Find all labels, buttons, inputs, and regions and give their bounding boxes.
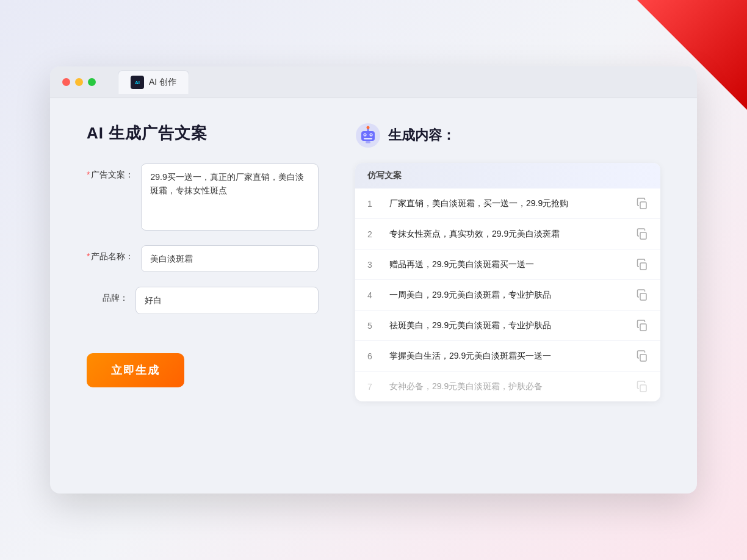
result-row: 4一周美白，29.9元美白淡斑霜，专业护肤品 <box>355 280 660 311</box>
svg-point-3 <box>367 126 370 129</box>
result-row: 1厂家直销，美白淡斑霜，买一送一，29.9元抢购 <box>355 188 660 219</box>
product-name-input[interactable] <box>141 245 319 272</box>
traffic-lights <box>62 78 96 86</box>
result-row: 6掌握美白生活，29.9元美白淡斑霜买一送一 <box>355 341 660 372</box>
svg-rect-1 <box>361 131 375 141</box>
ai-tab[interactable]: AI 创作 <box>118 70 189 94</box>
result-text: 厂家直销，美白淡斑霜，买一送一，29.9元抢购 <box>389 197 626 210</box>
close-button[interactable] <box>62 78 70 86</box>
svg-rect-13 <box>640 293 646 300</box>
minimize-button[interactable] <box>75 78 83 86</box>
svg-rect-14 <box>640 324 646 331</box>
generate-button[interactable]: 立即生成 <box>87 353 184 387</box>
main-content: AI 生成广告文案 *广告文案： *产品名称： 品牌： 立 <box>50 98 697 426</box>
svg-rect-8 <box>364 138 372 140</box>
page-title: AI 生成广告文案 <box>87 123 319 144</box>
brand-group: 品牌： <box>87 287 319 314</box>
svg-point-7 <box>370 134 372 135</box>
left-panel: AI 生成广告文案 *广告文案： *产品名称： 品牌： 立 <box>87 123 319 401</box>
right-panel: 生成内容： 仿写文案 1厂家直销，美白淡斑霜，买一送一，29.9元抢购 2专抹女… <box>355 123 660 401</box>
copy-icon[interactable] <box>636 259 648 271</box>
result-row: 3赠品再送，29.9元美白淡斑霜买一送一 <box>355 249 660 280</box>
result-text: 掌握美白生活，29.9元美白淡斑霜买一送一 <box>389 350 626 362</box>
product-name-required: * <box>87 251 90 261</box>
result-row: 7女神必备，29.9元美白淡斑霜，护肤必备 <box>355 372 660 401</box>
svg-rect-16 <box>640 385 646 392</box>
ad-copy-required: * <box>87 170 90 179</box>
ad-copy-input[interactable] <box>141 163 319 231</box>
result-number: 5 <box>367 321 380 331</box>
robot-icon <box>355 123 381 148</box>
brand-label: 品牌： <box>87 287 135 304</box>
product-name-label: *产品名称： <box>87 245 141 262</box>
svg-rect-10 <box>640 202 646 209</box>
svg-point-6 <box>364 134 366 135</box>
copy-icon[interactable] <box>636 289 648 301</box>
browser-window: AI 创作 AI 生成广告文案 *广告文案： *产品名称： <box>50 66 697 494</box>
title-bar: AI 创作 <box>50 66 697 98</box>
results-header: 生成内容： <box>355 123 660 148</box>
result-text: 女神必备，29.9元美白淡斑霜，护肤必备 <box>389 380 626 393</box>
result-number: 7 <box>367 382 380 392</box>
results-section-title: 生成内容： <box>388 126 455 145</box>
ad-copy-label: *广告文案： <box>87 163 141 181</box>
result-number: 3 <box>367 260 380 270</box>
copy-icon[interactable] <box>636 228 648 240</box>
svg-rect-11 <box>640 232 646 239</box>
results-column-header: 仿写文案 <box>355 163 660 188</box>
brand-input[interactable] <box>135 287 319 314</box>
result-number: 6 <box>367 351 380 361</box>
result-text: 一周美白，29.9元美白淡斑霜，专业护肤品 <box>389 289 626 301</box>
result-number: 4 <box>367 290 380 300</box>
tab-area: AI 创作 <box>118 70 189 94</box>
copy-icon[interactable] <box>636 381 648 393</box>
maximize-button[interactable] <box>88 78 96 86</box>
result-number: 1 <box>367 199 380 209</box>
copy-icon[interactable] <box>636 350 648 362</box>
results-container: 仿写文案 1厂家直销，美白淡斑霜，买一送一，29.9元抢购 2专抹女性斑点，真实… <box>355 163 660 401</box>
result-row: 5祛斑美白，29.9元美白淡斑霜，专业护肤品 <box>355 311 660 341</box>
ad-copy-group: *广告文案： <box>87 163 319 231</box>
ai-tab-icon <box>131 76 144 89</box>
product-name-group: *产品名称： <box>87 245 319 272</box>
result-row: 2专抹女性斑点，真实功效，29.9元美白淡斑霜 <box>355 219 660 249</box>
copy-icon[interactable] <box>636 198 648 210</box>
result-text: 赠品再送，29.9元美白淡斑霜买一送一 <box>389 258 626 271</box>
result-text: 专抹女性斑点，真实功效，29.9元美白淡斑霜 <box>389 228 626 240</box>
result-text: 祛斑美白，29.9元美白淡斑霜，专业护肤品 <box>389 319 626 332</box>
svg-rect-15 <box>640 354 646 361</box>
copy-icon[interactable] <box>636 320 648 332</box>
results-list: 1厂家直销，美白淡斑霜，买一送一，29.9元抢购 2专抹女性斑点，真实功效，29… <box>355 188 660 401</box>
svg-rect-12 <box>640 263 646 270</box>
result-number: 2 <box>367 229 380 239</box>
tab-label: AI 创作 <box>149 77 176 88</box>
svg-rect-9 <box>366 141 370 143</box>
